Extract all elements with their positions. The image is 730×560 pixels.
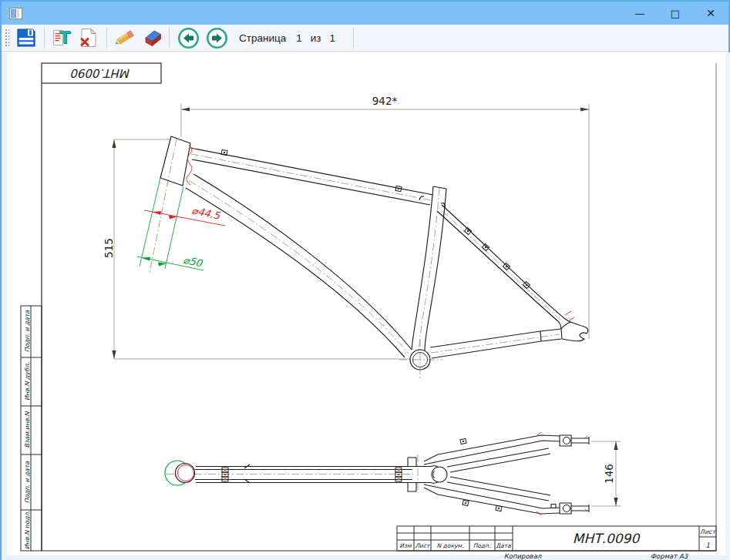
previous-page-icon: [177, 27, 200, 49]
next-page-icon: [206, 27, 228, 49]
dim-overall-length: 942*: [372, 95, 398, 107]
eraser-icon: [140, 27, 163, 49]
page-of-label: из: [311, 32, 321, 44]
save-button[interactable]: [13, 25, 39, 50]
page-label: Страница: [239, 32, 286, 44]
eraser-button[interactable]: [138, 25, 164, 50]
page-total: 1: [329, 32, 335, 44]
page-margin: [2, 52, 7, 560]
dim-head-height: 515: [103, 238, 115, 258]
title-block-col: Изм: [399, 542, 412, 549]
side-stamp-labels: Подп. и дата Инв.N дубл. Взам.инв.N Подп…: [24, 310, 31, 550]
drawing-canvas[interactable]: МНТ.0090 Подп. и дата Инв.N дубл. Взам.и…: [2, 52, 728, 558]
previous-page-button[interactable]: [174, 25, 203, 50]
dim-rear-spacing: 146: [603, 464, 615, 484]
svg-text:T: T: [59, 29, 71, 47]
top-stamp-doc-number: МНТ.0090: [70, 66, 130, 80]
frame-side-view: [160, 136, 588, 370]
minimize-button[interactable]: —: [622, 2, 658, 25]
text-edit-icon: T T: [52, 27, 73, 49]
footer-format: Формат А3: [651, 552, 688, 560]
dim-dia-outer: ⌀50: [182, 254, 204, 270]
side-stamp-label: Инв.N подл.: [24, 511, 31, 549]
frame-top-view: [165, 432, 589, 515]
centerlines: [150, 139, 563, 493]
toolbar-separator: [169, 28, 170, 49]
delete-page-button[interactable]: [76, 25, 102, 50]
title-block-col: Подп.: [473, 542, 491, 549]
side-stamp-label: Подп. и дата: [24, 310, 31, 353]
close-button[interactable]: ✕: [693, 2, 728, 25]
delete-page-icon: [78, 27, 99, 49]
edit-text-button[interactable]: T T: [49, 25, 76, 50]
drawing-sheet: МНТ.0090 Подп. и дата Инв.N дубл. Взам.и…: [2, 52, 730, 560]
title-bar: — □ ✕: [2, 2, 728, 25]
page-margin: [725, 52, 730, 560]
title-block-col: N докум.: [437, 542, 464, 549]
window-glyph-icon: [9, 8, 22, 19]
side-stamp-label: Взам.инв.N: [24, 411, 31, 448]
next-page-button[interactable]: [203, 25, 231, 50]
window-controls: — □ ✕: [622, 2, 728, 25]
title-block-col: Дата: [496, 542, 511, 549]
title-block-col: Лист: [415, 542, 431, 549]
save-icon: [15, 27, 37, 49]
maximize-button[interactable]: □: [658, 2, 693, 25]
side-stamp-label: Инв.N дубл.: [24, 362, 31, 401]
pencil-icon: [113, 27, 136, 49]
sheet-number: 1: [705, 542, 710, 549]
pencil-button[interactable]: [112, 25, 138, 50]
title-block-headers: Изм Лист N докум. Подп. Дата: [399, 542, 511, 549]
app-icon: [9, 7, 23, 19]
page-indicator: Страница 1 из 1: [239, 32, 342, 44]
footer-kopiroval: Копировал: [504, 552, 542, 560]
app-window: — □ ✕ T T: [0, 0, 730, 560]
toolbar: T T: [2, 25, 728, 52]
title-block-doc-number: МНТ.0090: [573, 531, 641, 546]
weld-marks: [221, 149, 530, 288]
page-margin: [3, 555, 730, 560]
side-stamp-label: Подп. и дата: [24, 461, 31, 504]
toolbar-separator: [44, 28, 45, 49]
sheet-label: Лист: [700, 528, 717, 535]
red-dim-arrows: [153, 211, 177, 220]
green-dim-arrows: [142, 257, 167, 267]
toolbar-grip[interactable]: [4, 28, 9, 48]
toolbar-separator: [353, 28, 354, 49]
page-current: 1: [296, 32, 302, 44]
toolbar-separator: [106, 28, 107, 49]
